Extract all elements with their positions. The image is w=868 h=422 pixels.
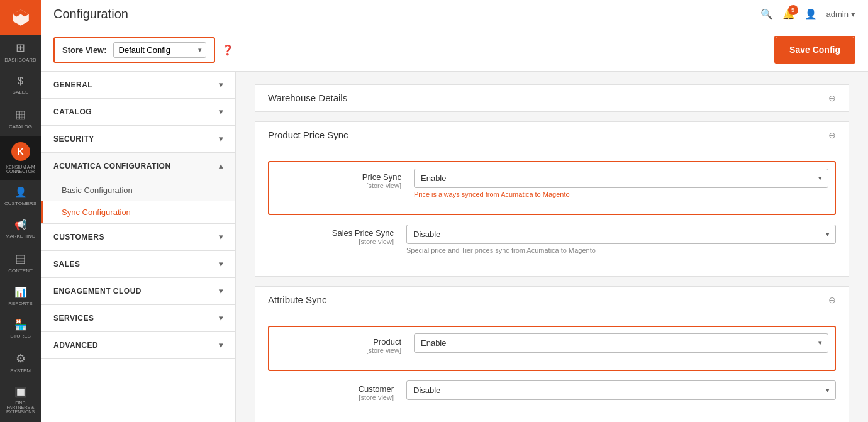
- nav-section-header-customers[interactable]: CUSTOMERS ▾: [41, 224, 235, 250]
- nav-section-header-catalog[interactable]: CATALOG ▾: [41, 99, 235, 125]
- sidebar: ⊞ DASHBOARD $ SALES ▦ CATALOG K KENSIUM …: [0, 0, 41, 422]
- nav-section-header-sales[interactable]: SALES ▾: [41, 251, 235, 277]
- section-product-price-sync-body: Price Sync [store view] Enable Disable ▾: [255, 148, 849, 276]
- product-attr-select[interactable]: Enable Disable: [414, 333, 828, 353]
- store-view-label: Store View:: [62, 45, 107, 55]
- sales-price-sync-select-wrapper: Disable Enable ▾: [406, 225, 836, 244]
- chevron-down-icon: ▾: [219, 341, 223, 350]
- search-icon[interactable]: 🔍: [760, 8, 773, 20]
- sales-price-sync-select[interactable]: Disable Enable: [406, 225, 836, 244]
- price-sync-select-wrapper: Enable Disable ▾: [414, 169, 828, 188]
- section-product-price-sync: Product Price Sync ⊖ Price Sync [store v…: [255, 121, 849, 277]
- content-area: GENERAL ▾ CATALOG ▾ SECURITY ▾ ACUMATICA…: [41, 72, 868, 422]
- sidebar-item-content[interactable]: ▤ CONTENT: [0, 245, 41, 280]
- customer-attr-select[interactable]: Disable Enable: [406, 380, 836, 400]
- nav-section-header-services[interactable]: SERVICES ▾: [41, 305, 235, 331]
- sidebar-item-dashboard[interactable]: ⊞ DASHBOARD: [0, 35, 41, 69]
- chevron-down-icon: ▾: [219, 135, 223, 143]
- chevron-down-icon: ▾: [219, 260, 223, 269]
- system-icon: ⚙: [16, 352, 26, 365]
- logo[interactable]: [0, 0, 41, 35]
- nav-section-catalog: CATALOG ▾: [41, 99, 235, 126]
- price-sync-select[interactable]: Enable Disable: [414, 169, 828, 188]
- section-attribute-sync-body: Product [store view] Enable Disable ▾: [255, 313, 849, 422]
- form-row-customer-attr: Customer [store view] Disable Enable ▾: [268, 380, 836, 401]
- kensium-icon: K: [11, 142, 30, 161]
- nav-section-services: SERVICES ▾: [41, 305, 235, 332]
- extensions-icon: 🔲: [14, 386, 27, 398]
- user-icon: 👤: [804, 8, 817, 20]
- nav-section-header-general[interactable]: GENERAL ▾: [41, 72, 235, 98]
- form-row-price-sync: Price Sync [store view] Enable Disable ▾: [275, 169, 828, 198]
- section-toggle-attribute-sync[interactable]: ⊖: [828, 295, 836, 305]
- section-toggle-price-sync[interactable]: ⊖: [828, 130, 836, 140]
- nav-section-header-security[interactable]: SECURITY ▾: [41, 126, 235, 152]
- sales-icon: $: [18, 75, 23, 87]
- section-warehouse-header[interactable]: Warehouse Details ⊖: [255, 85, 849, 111]
- chevron-down-icon: ▾: [851, 9, 855, 19]
- price-sync-control: Enable Disable ▾ Price is always synced …: [414, 169, 828, 198]
- price-sync-hint: Price is always synced from Acumatica to…: [414, 191, 828, 198]
- sidebar-item-sales[interactable]: $ SALES: [0, 69, 41, 101]
- sidebar-item-system[interactable]: ⚙ SYSTEM: [0, 345, 41, 380]
- nav-section-advanced: ADVANCED ▾: [41, 332, 235, 359]
- nav-section-security: SECURITY ▾: [41, 126, 235, 153]
- stores-icon: 🏪: [14, 319, 27, 331]
- store-view-wrapper: Store View: Default Config Main Website …: [53, 37, 215, 63]
- product-attr-label: Product [store view]: [275, 333, 401, 354]
- chevron-down-icon: ▾: [219, 314, 223, 323]
- customer-attr-label: Customer [store view]: [268, 380, 394, 401]
- customer-attr-control: Disable Enable ▾: [406, 380, 836, 400]
- nav-section-acumatica: ACUMATICA CONFIGURATION ▴ Basic Configur…: [41, 153, 235, 224]
- section-attribute-sync: Attribute Sync ⊖ Product [store view]: [255, 286, 849, 422]
- topbar: Configuration 🔍 🔔 5 👤 admin ▾: [41, 0, 868, 28]
- section-attribute-sync-header[interactable]: Attribute Sync ⊖: [255, 287, 849, 313]
- sidebar-item-stores[interactable]: 🏪 STORES: [0, 313, 41, 345]
- sidebar-item-extensions[interactable]: 🔲 FIND PARTNERS & EXTENSIONS: [0, 380, 41, 420]
- marketing-icon: 📢: [14, 219, 27, 231]
- customers-icon: 👤: [14, 186, 27, 198]
- page-title: Configuration: [53, 7, 128, 21]
- sidebar-item-reports[interactable]: 📊 REPORTS: [0, 280, 41, 313]
- nav-section-header-advanced[interactable]: ADVANCED ▾: [41, 332, 235, 358]
- store-view-bar: Store View: Default Config Main Website …: [41, 28, 868, 72]
- nav-sub-item-basic[interactable]: Basic Configuration: [41, 179, 235, 201]
- product-attr-control: Enable Disable ▾: [414, 333, 828, 353]
- sales-price-sync-hint: Special price and Tier prices sync from …: [406, 247, 836, 254]
- product-attr-highlighted: Product [store view] Enable Disable ▾: [268, 326, 836, 371]
- section-toggle-warehouse[interactable]: ⊖: [828, 93, 836, 103]
- nav-sub-item-sync[interactable]: Sync Configuration: [41, 201, 235, 223]
- chevron-down-icon: ▾: [219, 108, 223, 116]
- form-row-product-attr: Product [store view] Enable Disable ▾: [275, 333, 828, 354]
- chevron-up-icon: ▴: [219, 162, 223, 170]
- nav-section-general: GENERAL ▾: [41, 72, 235, 99]
- sidebar-item-marketing[interactable]: 📢 MARKETING: [0, 213, 41, 245]
- chevron-down-icon: ▾: [219, 287, 223, 296]
- acumatica-sub-items: Basic Configuration Sync Configuration: [41, 179, 235, 223]
- help-icon[interactable]: ❓: [221, 44, 234, 56]
- nav-section-header-engagement[interactable]: ENGAGEMENT CLOUD ▾: [41, 278, 235, 304]
- save-config-button[interactable]: Save Config: [776, 37, 854, 62]
- admin-menu[interactable]: admin ▾: [826, 9, 855, 19]
- notification-bell[interactable]: 🔔 5: [782, 8, 795, 20]
- nav-section-sales: SALES ▾: [41, 251, 235, 278]
- sidebar-item-kensium[interactable]: K KENSIUM A-M CONNECTOR: [0, 136, 41, 180]
- right-content: Warehouse Details ⊖ Product Price Sync ⊖…: [236, 72, 868, 422]
- dashboard-icon: ⊞: [16, 41, 25, 55]
- store-view-select-wrapper: Default Config Main Website Main Website…: [113, 42, 206, 58]
- chevron-down-icon: ▾: [219, 81, 223, 89]
- price-sync-label: Price Sync [store view]: [275, 169, 401, 189]
- store-view-select[interactable]: Default Config Main Website Main Website…: [114, 43, 206, 57]
- section-product-price-sync-header[interactable]: Product Price Sync ⊖: [255, 122, 849, 148]
- chevron-down-icon: ▾: [219, 233, 223, 242]
- sidebar-item-catalog[interactable]: ▦ CATALOG: [0, 101, 41, 136]
- customer-attr-select-wrapper: Disable Enable ▾: [406, 380, 836, 400]
- sales-price-sync-label: Sales Price Sync [store view]: [268, 225, 394, 245]
- sidebar-item-customers[interactable]: 👤 CUSTOMERS: [0, 180, 41, 213]
- left-nav: GENERAL ▾ CATALOG ▾ SECURITY ▾ ACUMATICA…: [41, 72, 236, 422]
- nav-section-customers: CUSTOMERS ▾: [41, 224, 235, 251]
- form-row-sales-price-sync: Sales Price Sync [store view] Disable En…: [268, 225, 836, 254]
- nav-section-header-acumatica[interactable]: ACUMATICA CONFIGURATION ▴: [41, 153, 235, 179]
- product-attr-select-wrapper: Enable Disable ▾: [414, 333, 828, 353]
- price-sync-highlighted: Price Sync [store view] Enable Disable ▾: [268, 161, 836, 215]
